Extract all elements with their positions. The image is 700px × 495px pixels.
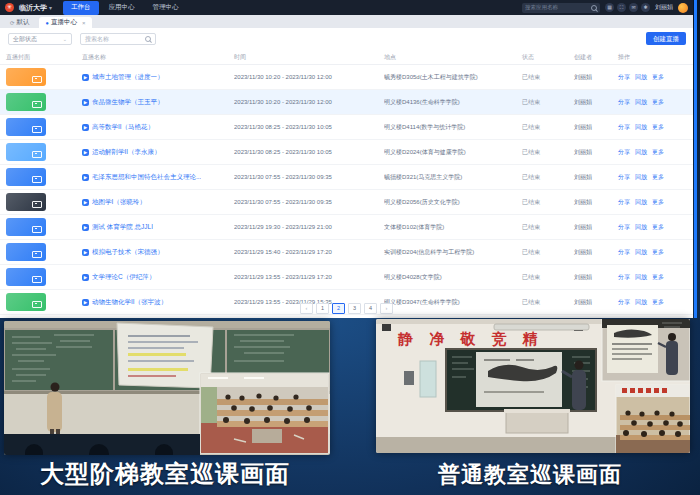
prev-page-button[interactable]: ‹ [300,303,313,314]
ops-cell: 分享回放更多 [618,173,693,182]
live-center-app-window: ✳ 临沂大学 ▾ 工作台应用中心管理中心 搜索应用名称 ▦⛶✉✱ 刘丽娟 ⟳默认… [0,0,693,318]
avatar[interactable] [678,3,688,13]
op-link-0[interactable]: 分享 [618,198,630,207]
live-name-link[interactable]: 城市土地管理（进度一） [92,73,164,82]
camera-icon [32,151,42,158]
op-link-0[interactable]: 分享 [618,123,630,132]
table-row[interactable]: ▶运动解剖学II（李永康）2023/11/30 08:25 - 2023/11/… [0,140,693,165]
live-location: 毓德楼D321(马克思主义学院) [384,173,522,182]
video-icon: ▶ [82,149,89,156]
page-button-1[interactable]: 1 [316,303,329,314]
op-link-0[interactable]: 分享 [618,273,630,282]
live-name-link[interactable]: 高等数学II（马艳花） [92,123,154,132]
search-icon [591,5,597,11]
live-name-link[interactable]: 运动解剖学II（李永康） [92,148,161,157]
op-link-2[interactable]: 更多 [652,223,664,232]
live-cover-thumbnail[interactable] [6,118,46,136]
op-link-2[interactable]: 更多 [652,248,664,257]
op-link-1[interactable]: 回放 [635,248,647,257]
live-location: 明义楼D4114(数学与统计学院) [384,123,522,132]
lecture-hall-camera-feed[interactable] [4,321,330,455]
op-link-1[interactable]: 回放 [635,223,647,232]
live-cover-thumbnail[interactable] [6,68,46,86]
live-cover-thumbnail[interactable] [6,168,46,186]
op-link-0[interactable]: 分享 [618,173,630,182]
op-link-2[interactable]: 更多 [652,148,664,157]
live-name-link[interactable]: 测试 体育学院 总JJLI [92,223,153,232]
ordinary-classroom-camera-feed[interactable]: 静 净 敬 竞 精 [376,319,690,453]
op-link-2[interactable]: 更多 [652,198,664,207]
live-creator: 刘丽娟 [574,148,618,157]
live-cover-thumbnail[interactable] [6,93,46,111]
op-link-2[interactable]: 更多 [652,123,664,132]
page-button-3[interactable]: 3 [348,303,361,314]
live-name-link[interactable]: 食品微生物学（王玉平） [92,98,164,107]
name-cell: ▶地图学I（张晓玲） [82,198,234,207]
status-filter-select[interactable]: 全部状态 ⌄ [8,33,72,45]
op-link-0[interactable]: 分享 [618,73,630,82]
live-center-content: 全部状态 ⌄ 搜索名称 创建直播 直播封面直播名称时间地点状态创建者操作 ▶城市… [0,28,693,318]
name-cell: ▶测试 体育学院 总JJLI [82,223,234,232]
app-grid-icon[interactable]: ▦ [605,3,614,12]
tab-active-1[interactable]: ●直播中心× [39,17,93,28]
op-link-0[interactable]: 分享 [618,248,630,257]
op-link-1[interactable]: 回放 [635,273,647,282]
create-live-button[interactable]: 创建直播 [646,32,686,45]
next-page-button[interactable]: › [380,303,393,314]
live-cover-thumbnail[interactable] [6,268,46,286]
classroom-scene: 静 净 敬 竞 精 [376,319,690,453]
live-cover-thumbnail[interactable] [6,143,46,161]
tab-0[interactable]: ⟳默认 [3,17,37,28]
close-icon[interactable]: × [82,20,86,26]
video-icon: ▶ [82,74,89,81]
camera-icon [32,251,42,258]
tab-icon: ⟳ [10,20,15,26]
live-cover-thumbnail[interactable] [6,193,46,211]
table-row[interactable]: ▶模拟电子技术（宋德强）2023/11/29 15:40 - 2023/11/2… [0,240,693,265]
table-row[interactable]: ▶食品微生物学（王玉平）2023/11/30 10:20 - 2023/11/3… [0,90,693,115]
menu-item-1[interactable]: 应用中心 [101,1,143,15]
op-link-1[interactable]: 回放 [635,198,647,207]
live-cover-thumbnail[interactable] [6,218,46,236]
op-link-1[interactable]: 回放 [635,148,647,157]
menu-item-2[interactable]: 管理中心 [145,1,187,15]
table-row[interactable]: ▶高等数学II（马艳花）2023/11/30 08:25 - 2023/11/3… [0,115,693,140]
menu-item-0[interactable]: 工作台 [63,1,99,15]
table-row[interactable]: ▶城市土地管理（进度一）2023/11/30 10:20 - 2023/11/3… [0,65,693,90]
table-row[interactable]: ▶测试 体育学院 总JJLI2023/11/29 19:30 - 2023/11… [0,215,693,240]
table-row[interactable]: ▶毛泽东思想和中国特色社会主义理论...2023/11/30 07:55 - 2… [0,165,693,190]
page-button-2[interactable]: 2 [332,303,345,314]
op-link-0[interactable]: 分享 [618,148,630,157]
mail-icon[interactable]: ✉ [629,3,638,12]
live-cover-thumbnail[interactable] [6,243,46,261]
cover-cell [6,168,82,186]
ops-cell: 分享回放更多 [618,273,693,282]
op-link-0[interactable]: 分享 [618,98,630,107]
op-link-2[interactable]: 更多 [652,273,664,282]
wall-poster-left [420,361,436,397]
op-link-2[interactable]: 更多 [652,98,664,107]
fullscreen-icon[interactable]: ⛶ [617,3,626,12]
op-link-1[interactable]: 回放 [635,123,647,132]
live-name-link[interactable]: 毛泽东思想和中国特色社会主义理论... [92,173,201,182]
brand-switcher[interactable]: 临沂大学 ▾ [19,3,52,13]
live-name-link[interactable]: 文学理论C（伊纪萍） [92,273,155,282]
table-row[interactable]: ▶地图学I（张晓玲）2023/11/30 07:55 - 2023/11/30 … [0,190,693,215]
table-row[interactable]: ▶文学理论C（伊纪萍）2023/11/29 13:55 - 2023/11/29… [0,265,693,290]
live-name-link[interactable]: 模拟电子技术（宋德强） [92,248,164,257]
page-button-4[interactable]: 4 [364,303,377,314]
op-link-1[interactable]: 回放 [635,173,647,182]
app-search-input[interactable]: 搜索应用名称 [522,3,600,13]
op-link-1[interactable]: 回放 [635,73,647,82]
wall-panel [404,371,414,385]
op-link-2[interactable]: 更多 [652,173,664,182]
op-link-0[interactable]: 分享 [618,223,630,232]
live-name-link[interactable]: 地图学I（张晓玲） [92,198,146,207]
op-link-2[interactable]: 更多 [652,73,664,82]
name-cell: ▶城市土地管理（进度一） [82,73,234,82]
settings-icon[interactable]: ✱ [641,3,650,12]
status-badge: 已结束 [522,223,574,232]
name-search-input[interactable]: 搜索名称 [80,33,156,45]
op-link-1[interactable]: 回放 [635,98,647,107]
name-cell: ▶高等数学II（马艳花） [82,123,234,132]
